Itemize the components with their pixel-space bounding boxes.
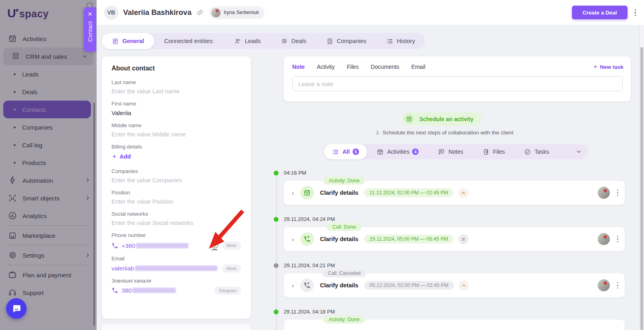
telephony-provider-icon[interactable]: E (211, 241, 218, 250)
field-label: Last name (111, 79, 241, 85)
support-chat-button[interactable] (6, 298, 27, 319)
sidebar-item-deals[interactable]: Deals (0, 83, 97, 101)
sidebar-item-automation[interactable]: Automation (0, 171, 97, 189)
contact-panel-tab[interactable]: ✕ Contact (84, 7, 96, 52)
avatar (211, 8, 221, 17)
sidebar-item-crm-and-sales[interactable]: CRM and sales (3, 47, 93, 65)
entry-menu-icon[interactable] (617, 282, 618, 289)
field-label: Phone number (111, 232, 241, 238)
sidebar-item-call-log[interactable]: Call log (0, 136, 97, 154)
phone-row: +380 E Work (111, 241, 241, 250)
sidebar-scrollbar[interactable] (93, 103, 95, 326)
copy-link-icon[interactable] (196, 9, 204, 16)
last-name-field[interactable]: Enter the value Last name (111, 88, 241, 95)
filter-files[interactable]: Files (473, 144, 515, 159)
scrollbar-thumb[interactable] (640, 47, 643, 330)
more-actions-icon[interactable] (635, 9, 636, 16)
expand-chevron-icon[interactable]: › (292, 190, 294, 196)
entry-menu-icon[interactable] (617, 190, 618, 196)
anchor-icon (375, 130, 380, 135)
middle-name-field[interactable]: Enter the value Middle name (111, 131, 241, 138)
call-card[interactable]: Call: Canceled › Clarify details 05.12.2… (284, 273, 625, 297)
expand-chevron-icon[interactable]: › (292, 282, 294, 289)
tab-general[interactable]: General (102, 33, 154, 49)
layers-icon (11, 52, 20, 61)
sidebar-item-settings[interactable]: Settings (0, 246, 97, 264)
call-card[interactable]: Call: Done › Clarify details 29.11.2024,… (284, 227, 625, 251)
responsible-user-chip[interactable]: Iryna Serbeniuk (209, 6, 265, 19)
activity-title[interactable]: Clarify details (320, 190, 358, 196)
list-icon (332, 148, 339, 155)
tab-leads[interactable]: Leads (224, 33, 271, 49)
phone-value[interactable]: +380 (122, 242, 135, 249)
analytics-icon (8, 211, 17, 220)
new-task-button[interactable]: + New task (593, 63, 623, 70)
filter-notes[interactable]: Notes (428, 144, 473, 159)
composer-tab-email[interactable]: Email (411, 64, 425, 70)
bullet-icon (14, 73, 16, 75)
tab-history[interactable]: History (376, 33, 425, 49)
composer-tab-files[interactable]: Files (347, 64, 359, 70)
activity-card[interactable]: Activity: Done (284, 320, 625, 330)
filter-tasks[interactable]: Tasks (514, 144, 559, 159)
composer-tab-note[interactable]: Note (292, 64, 305, 70)
sidebar-item-plan-and-payment[interactable]: Plan and payment (0, 266, 97, 284)
timeline-entry: 29.11.2024, 04:21 PM Call: Canceled › Cl… (284, 262, 631, 297)
tab-connected-entities[interactable]: Connected entities: (154, 33, 224, 49)
bullet-icon (14, 109, 16, 111)
email-value[interactable]: valeriiab (111, 265, 134, 272)
main-scrollbar[interactable] (639, 25, 644, 330)
companies-field[interactable]: Enter the value Companies (111, 177, 241, 184)
field-label: Companies (111, 168, 241, 174)
social-networks-field[interactable]: Enter the value Social networks (111, 220, 241, 226)
record-tabbar: General Connected entities: Leads Deals … (102, 33, 425, 49)
storefront-icon (8, 231, 17, 240)
uspacy-logo[interactable]: U spacy (0, 0, 97, 24)
activity-card[interactable]: Activity: Done › Clarify details 11.12.2… (284, 181, 625, 205)
create-deal-button[interactable]: Create a Deal (572, 6, 627, 19)
field-label: Billing details (111, 144, 241, 150)
sidebar-item-contacts[interactable]: Contacts (3, 101, 91, 118)
tab-deals[interactable]: Deals (271, 33, 316, 49)
call-title[interactable]: Clarify details (320, 236, 358, 242)
add-billing-button[interactable]: + Add (112, 153, 241, 161)
priority-high-icon (458, 188, 469, 198)
note-input[interactable] (292, 76, 623, 91)
composer-tab-documents[interactable]: Documents (371, 64, 399, 70)
timeline-entry: 29.11.2024, 04:24 PM Call: Done › Clarif… (284, 216, 631, 251)
tab-companies[interactable]: Companies (316, 33, 376, 49)
field-label: First name (111, 101, 241, 107)
chevron-down-icon[interactable] (576, 148, 582, 155)
status-dot (274, 263, 279, 268)
composer-tab-activity[interactable]: Activity (317, 64, 334, 70)
expand-chevron-icon[interactable]: › (292, 236, 294, 243)
filter-activities[interactable]: Activities 4 (367, 144, 428, 159)
sidebar-item-products[interactable]: Products (0, 154, 97, 171)
sidebar-item-smart-objects[interactable]: Smart objects (0, 189, 97, 207)
schedule-activity-button[interactable]: Schedule an activity (402, 112, 483, 126)
record-content: General Connected entities: Leads Deals … (97, 25, 644, 330)
sidebar-item-analytics[interactable]: Analytics (0, 207, 97, 225)
external-channel-value[interactable]: 380 (122, 287, 132, 294)
field-label: Middle name (111, 122, 241, 128)
email-row: valeriiab Work (111, 264, 241, 272)
status-badge: Call: Done (327, 223, 361, 231)
priority-high-icon (459, 280, 469, 291)
sidebar-item-leads[interactable]: Leads (0, 65, 97, 83)
check-circle-icon (524, 148, 531, 155)
status-badge: Activity: Done (323, 177, 365, 185)
plus-icon: + (112, 153, 116, 161)
call-title[interactable]: Clarify details (320, 282, 358, 289)
sidebar-item-activities[interactable]: Activities (0, 30, 97, 47)
entry-menu-icon[interactable] (617, 236, 618, 242)
status-badge: Call: Canceled (322, 269, 366, 277)
priority-normal-icon: = (458, 234, 469, 244)
page-title: Valeriia Bashkirova (123, 8, 192, 17)
first-name-field[interactable]: Valeriia (111, 109, 241, 116)
filter-all[interactable]: All 5 (324, 144, 367, 159)
sidebar-item-marketplace[interactable]: Marketplace (0, 227, 97, 244)
sidebar-item-companies[interactable]: Companies (0, 118, 97, 136)
timeline-entry: 29.11.2024, 04:18 PM Activity: Done (284, 308, 631, 330)
position-field[interactable]: Enter the value Position (111, 198, 241, 205)
close-icon[interactable]: ✕ (88, 10, 93, 18)
